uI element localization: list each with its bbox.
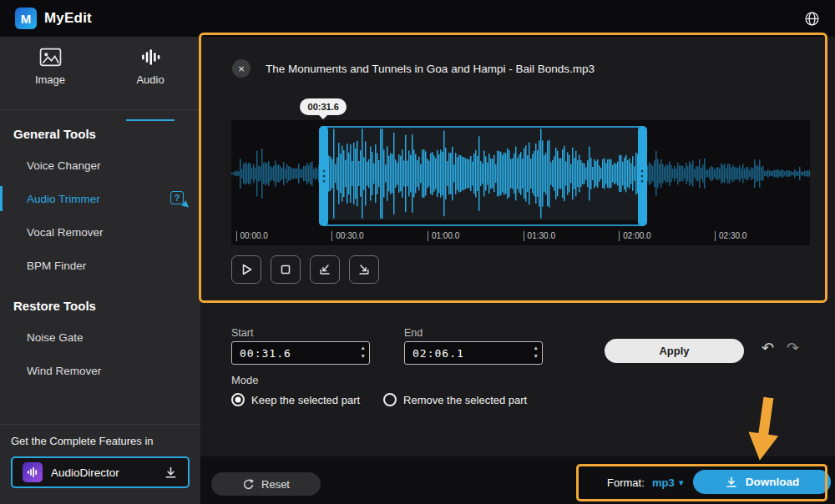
trim-end-button[interactable] <box>349 255 379 284</box>
sidebar-item-bpm-finder[interactable]: BPM Finder <box>0 249 200 282</box>
audio-filename: The Monuments and Tunnels in Goa and Ham… <box>266 63 595 75</box>
spinner-down-icon[interactable]: ▼ <box>534 352 539 360</box>
help-question-icon: ? <box>170 191 184 204</box>
sidebar-item-noise-gate[interactable]: Noise Gate <box>0 320 200 354</box>
sidebar-item-label: Wind Remover <box>27 365 101 377</box>
mode-remove-radio[interactable]: Remove the selected part <box>383 393 527 406</box>
waveform-section: 00:31.6 00:00.0 00:30.0 01:00.0 01:30.0 … <box>231 98 810 267</box>
tab-audio-label: Audio <box>136 73 164 86</box>
reset-button[interactable]: Reset <box>211 472 321 496</box>
mode-label: Mode <box>231 374 259 386</box>
ruler-label: 02:00.0 <box>619 231 650 241</box>
transport-controls <box>231 255 379 284</box>
audiodirector-logo-icon <box>23 462 43 482</box>
myedit-app: M MyEdit Image <box>0 0 835 504</box>
annotation-arrow-down <box>741 395 787 465</box>
chevron-down-icon[interactable]: ▾ <box>679 477 684 488</box>
spinner-down-icon[interactable]: ▼ <box>361 352 366 360</box>
sidebar-item-wind-remover[interactable]: Wind Remover <box>0 354 200 387</box>
ruler-label: 02:30.0 <box>715 231 746 241</box>
start-field-label: Start <box>231 327 253 339</box>
end-field-label: End <box>404 327 423 339</box>
start-time-input[interactable] <box>231 341 370 365</box>
redo-icon[interactable]: ↷ <box>787 339 799 357</box>
sidebar-item-label: Vocal Remover <box>27 226 104 239</box>
reset-label: Reset <box>261 478 290 491</box>
end-time-spinner: ▲ ▼ <box>534 344 539 360</box>
radio-icon <box>231 393 245 406</box>
stop-button[interactable] <box>271 255 301 284</box>
mode-option-label: Keep the selected part <box>251 394 360 406</box>
waveform-canvas <box>231 127 810 220</box>
ruler-label: 01:30.0 <box>524 231 555 241</box>
editor-panel: × The Monuments and Tunnels in Goa and H… <box>200 37 835 504</box>
myedit-logo-icon: M <box>15 8 37 29</box>
trim-start-button[interactable] <box>310 255 340 284</box>
mode-options: Keep the selected part Remove the select… <box>231 393 527 406</box>
close-file-button[interactable]: × <box>232 59 250 78</box>
download-button[interactable]: Download <box>693 470 831 494</box>
ruler-label: 00:00.0 <box>236 231 268 241</box>
spinner-up-icon[interactable]: ▲ <box>534 344 539 352</box>
handle-grip-dots <box>322 175 325 178</box>
undo-icon[interactable]: ↶ <box>762 339 774 357</box>
sidebar-item-audio-trimmer[interactable]: Audio Trimmer ? <box>0 182 200 215</box>
download-icon <box>725 476 738 489</box>
format-dropdown-value[interactable]: mp3 <box>652 476 675 489</box>
mode-keep-radio[interactable]: Keep the selected part <box>231 393 360 406</box>
myedit-home-link[interactable]: M MyEdit <box>15 8 92 29</box>
stop-icon <box>278 262 293 277</box>
reset-refresh-icon <box>242 478 255 491</box>
sidebar: Image Audio General Tools Voice Changer … <box>0 37 200 504</box>
set-trim-start-icon <box>317 262 332 277</box>
mode-option-label: Remove the selected part <box>403 394 527 406</box>
brand-name: MyEdit <box>44 10 92 27</box>
end-time-field: ▲ ▼ <box>404 341 543 365</box>
sidebar-item-voice-changer[interactable]: Voice Changer <box>0 149 200 182</box>
ruler-label: 00:30.0 <box>331 231 363 241</box>
ruler-label: 01:00.0 <box>428 231 459 241</box>
playhead-time-tooltip: 00:31.6 <box>300 98 347 115</box>
spinner-up-icon[interactable]: ▲ <box>361 344 366 352</box>
start-time-field: ▲ ▼ <box>231 341 370 365</box>
audio-waveform-icon <box>139 48 162 67</box>
tab-image[interactable]: Image <box>0 48 100 109</box>
end-time-input[interactable] <box>404 341 543 365</box>
trim-handle-right[interactable] <box>638 126 647 226</box>
handle-grip-dots <box>641 175 644 178</box>
download-icon <box>164 466 178 480</box>
section-heading-restore-tools: Restore Tools <box>0 282 200 320</box>
apply-button[interactable]: Apply <box>605 339 744 363</box>
language-globe-icon[interactable] <box>804 11 820 27</box>
section-heading-general-tools: General Tools <box>0 110 200 149</box>
sidebar-item-label: BPM Finder <box>27 260 86 272</box>
sidebar-item-label: Audio Trimmer <box>27 193 100 205</box>
tab-audio[interactable]: Audio <box>100 48 200 109</box>
play-icon <box>239 262 254 277</box>
download-label: Download <box>746 476 800 488</box>
image-icon <box>39 48 62 67</box>
sidebar-tabs: Image Audio <box>0 37 200 110</box>
format-label: Format: <box>607 476 645 489</box>
set-trim-end-icon <box>357 262 372 277</box>
sidebar-item-label: Noise Gate <box>27 331 84 344</box>
sidebar-item-label: Voice Changer <box>27 159 101 172</box>
tab-image-label: Image <box>35 73 65 86</box>
audiodirector-promo-button[interactable]: AudioDirector <box>11 456 190 488</box>
audiodirector-label: AudioDirector <box>51 466 155 479</box>
waveform[interactable]: 00:00.0 00:30.0 01:00.0 01:30.0 02:00.0 … <box>231 120 810 245</box>
trim-handle-left[interactable] <box>319 126 328 226</box>
tutorial-help-icon[interactable]: ? <box>170 191 187 206</box>
play-button[interactable] <box>231 255 261 284</box>
radio-icon <box>383 393 397 406</box>
promo-caption: Get the Complete Features in <box>11 435 190 447</box>
sidebar-item-vocal-remover[interactable]: Vocal Remover <box>0 215 200 249</box>
topbar: M MyEdit <box>0 0 835 37</box>
start-time-spinner: ▲ ▼ <box>361 344 366 360</box>
promo-section: Get the Complete Features in AudioDirect… <box>0 424 200 504</box>
